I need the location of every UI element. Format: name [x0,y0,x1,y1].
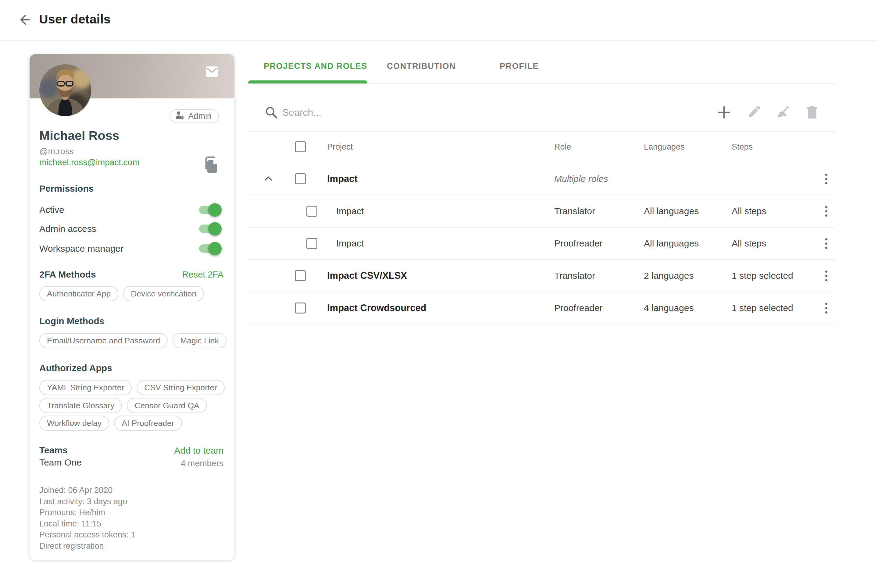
add-icon[interactable] [717,105,731,120]
column-role: Role [554,142,571,152]
permissions-title: Permissions [39,183,93,194]
reset-2fa-link[interactable]: Reset 2FA [182,270,224,280]
detail-access-tokens: Personal access tokens: 1 [39,529,135,540]
toggle-active[interactable] [199,203,222,217]
toggle-label-workspace-manager: Workspace manager [39,243,123,254]
table-row-impact-translator: Impact Translator All languages All step… [248,195,834,228]
column-project: Project [327,142,353,152]
chip-magic-link: Magic Link [173,333,227,348]
mail-icon[interactable] [206,66,218,77]
team-members-count: 4 members [181,459,224,468]
project-name: Impact CSV/XLSX [327,270,407,281]
toggle-workspace-manager[interactable] [199,242,222,255]
tabs-divider [248,84,834,84]
person-gear-icon [175,111,185,122]
row-checkbox[interactable] [295,303,306,314]
add-to-team-link[interactable]: Add to team [174,446,224,456]
table-row-impact-csv-xlsx: Impact CSV/XLSX Translator 2 languages 1… [248,260,834,292]
select-all-checkbox[interactable] [295,141,306,152]
role-value: Multiple roles [554,174,608,184]
role-value: Translator [554,270,595,281]
chip-yaml-string-exporter: YAML String Exporter [39,380,132,395]
role-value: Proofreader [554,303,603,313]
steps-value: 1 step selected [732,303,793,313]
search-icon [264,105,278,119]
chip-csv-string-exporter: CSV String Exporter [137,380,225,395]
app-bar: User details [0,0,878,40]
table-row-impact-crowdsourced: Impact Crowdsourced Proofreader 4 langua… [248,292,834,324]
project-name: Impact Crowdsourced [327,303,427,314]
user-details-block: Joined: 06 Apr 2020 Last activity: 3 day… [39,485,135,552]
column-steps: Steps [732,142,753,152]
detail-pronouns: Pronouns: He/him [39,507,135,518]
projects-pane: PROJECTS AND ROLES CONTRIBUTION PROFILE [248,40,834,588]
twofa-title: 2FA Methods [39,269,96,280]
back-arrow-icon[interactable] [17,13,31,27]
apps-chip-row-3: Workflow delay AI Proofreader [39,416,182,431]
languages-value: 2 languages [644,270,693,281]
user-name: Michael Ross [39,129,119,143]
chip-workflow-delay: Workflow delay [39,416,109,431]
project-name: Impact [336,238,364,249]
toggle-label-admin-access: Admin access [39,224,96,234]
kebab-menu-icon[interactable] [820,204,832,218]
steps-value: All steps [732,238,766,249]
chip-ai-proofreader: AI Proofreader [114,416,182,431]
teams-title: Teams [39,445,68,456]
kebab-menu-icon[interactable] [820,301,832,315]
apps-chip-row-1: YAML String Exporter CSV String Exporter [39,380,225,395]
toggle-label-active: Active [39,205,64,215]
languages-value: All languages [644,238,699,249]
detail-last-activity: Last activity: 3 days ago [39,496,135,507]
login-method-chips: Email/Username and Password Magic Link [39,333,227,348]
apps-chip-row-2: Translate Glossary Censor Guard QA [39,398,207,413]
copy-icon[interactable] [204,155,218,174]
search-input[interactable] [282,104,618,121]
tab-profile[interactable]: PROFILE [500,62,539,71]
twofa-chips: Authenticator App Device verification [39,286,204,301]
row-checkbox[interactable] [307,206,317,217]
detail-local-time: Local time: 11:15 [39,518,135,530]
project-name: Impact [327,173,358,184]
role-value: Translator [554,206,595,216]
page-title: User details [39,12,111,27]
login-methods-title: Login Methods [39,316,104,326]
role-value: Proofreader [554,238,603,249]
chip-authenticator-app: Authenticator App [39,286,118,301]
profile-card: Admin Michael Ross @m.ross michael.ross@… [30,54,235,560]
project-name: Impact [336,206,364,216]
chevron-up-icon[interactable] [262,173,274,185]
languages-value: All languages [644,206,699,216]
toggle-admin-access[interactable] [199,222,222,236]
languages-value: 4 languages [644,303,693,313]
chip-email-password: Email/Username and Password [39,333,168,348]
admin-badge: Admin [170,109,219,123]
tab-contribution[interactable]: CONTRIBUTION [387,62,456,71]
detail-registration: Direct registration [39,540,135,552]
chip-translate-glossary: Translate Glossary [39,398,122,413]
kebab-menu-icon[interactable] [820,172,832,186]
detail-joined: Joined: 06 Apr 2020 [39,485,135,496]
table-row-group-impact: Impact Multiple roles [248,163,834,195]
row-checkbox[interactable] [295,173,306,184]
kebab-menu-icon[interactable] [820,237,832,250]
kebab-menu-icon[interactable] [820,269,832,282]
user-handle: @m.ross [39,147,74,156]
delete-icon[interactable] [805,105,819,120]
authorized-apps-title: Authorized Apps [39,363,112,373]
edit-icon[interactable] [746,105,761,120]
admin-badge-label: Admin [188,111,212,121]
avatar [39,64,91,116]
tab-projects-and-roles[interactable]: PROJECTS AND ROLES [264,62,367,71]
row-checkbox[interactable] [307,238,317,249]
table-row-impact-proofreader: Impact Proofreader All languages All ste… [248,228,834,260]
column-languages: Languages [644,142,685,152]
clean-icon[interactable] [775,105,790,120]
team-name: Team One [39,457,81,468]
row-checkbox[interactable] [295,270,306,281]
user-email-link[interactable]: michael.ross@impact.com [39,158,140,167]
chip-censor-guard-qa: Censor Guard QA [127,398,207,413]
chip-device-verification: Device verification [123,286,204,301]
steps-value: All steps [732,206,766,216]
active-tab-indicator [248,80,367,84]
